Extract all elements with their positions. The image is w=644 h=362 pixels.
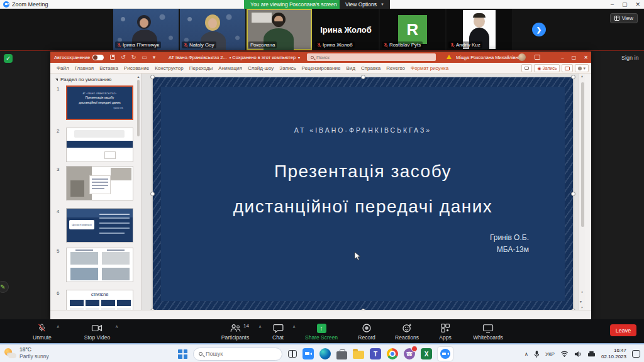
- slide-title-line1[interactable]: Презентація засобу: [153, 162, 573, 182]
- file-explorer-icon[interactable]: [353, 351, 364, 359]
- participant-tile[interactable]: Ірина П'ятничук: [113, 9, 179, 50]
- next-slide-icon[interactable]: «: [580, 305, 584, 310]
- thumbnail-scrollbar[interactable]: ▲: [136, 75, 140, 314]
- tab-design[interactable]: Конструктор: [155, 65, 184, 71]
- annotation-pencil-icon[interactable]: ✎: [0, 281, 9, 293]
- close-button[interactable]: ✕: [635, 1, 640, 8]
- weather-widget[interactable]: 18°CPartly sunny: [4, 346, 49, 359]
- ppt-search-input[interactable]: [316, 55, 417, 60]
- security-shield-icon[interactable]: ✓: [4, 54, 13, 63]
- language-indicator[interactable]: УКР: [545, 351, 555, 357]
- slide-canvas[interactable]: АТ «ІВАНО-ФРАНКІВСЬКГАЗ» Презентація зас…: [153, 77, 573, 310]
- previous-slide-icon[interactable]: «: [580, 290, 584, 294]
- tab-animations[interactable]: Анимация: [218, 65, 242, 71]
- account-avatar[interactable]: [518, 53, 526, 61]
- reactions-button[interactable]: Reactions: [393, 322, 421, 341]
- participant-tile-active-speaker[interactable]: Роксолана: [247, 9, 312, 50]
- unmute-button[interactable]: Unmute ∧: [33, 322, 52, 341]
- scroll-down-icon[interactable]: ▼: [579, 300, 582, 304]
- participant-tile[interactable]: Nataly Goy: [180, 9, 245, 50]
- tab-file[interactable]: Файл: [57, 65, 69, 71]
- tray-mic-icon[interactable]: [534, 350, 540, 358]
- apps-button[interactable]: Apps: [436, 322, 455, 341]
- chat-button[interactable]: Chat ∧: [269, 322, 287, 341]
- present-button[interactable]: [562, 64, 573, 72]
- sign-in-label[interactable]: Sign in: [621, 55, 639, 61]
- selection-handle[interactable]: [571, 75, 575, 79]
- wifi-icon[interactable]: [560, 351, 569, 357]
- teams-app-icon[interactable]: T: [370, 348, 381, 359]
- record-button[interactable]: Record: [355, 322, 378, 341]
- chevron-up-icon[interactable]: ∧: [292, 324, 296, 329]
- chevron-up-icon[interactable]: ∧: [258, 324, 262, 329]
- tab-home[interactable]: Главная: [75, 65, 94, 71]
- ribbon-record-button[interactable]: ◉Запись: [534, 64, 560, 72]
- selection-handle[interactable]: [150, 75, 155, 79]
- zoom-app-icon-active[interactable]: [438, 347, 453, 361]
- edge-browser-icon[interactable]: [319, 348, 331, 359]
- start-button[interactable]: [178, 349, 187, 359]
- whiteboards-button[interactable]: Whiteboards: [470, 322, 506, 341]
- viber-app-icon[interactable]: ☎: [404, 348, 415, 359]
- tab-slideshow[interactable]: Слайд-шоу: [248, 65, 274, 71]
- ppt-search-box[interactable]: [307, 53, 436, 61]
- slide-thumbnail-3[interactable]: [66, 166, 133, 200]
- ribbon-display-options-icon[interactable]: [535, 55, 540, 60]
- share-button[interactable]: ▾: [575, 64, 589, 72]
- chrome-browser-icon[interactable]: [387, 348, 398, 359]
- volume-icon[interactable]: [574, 351, 582, 358]
- next-participants-button[interactable]: ❯: [532, 23, 546, 36]
- save-icon[interactable]: [110, 55, 115, 60]
- tab-picture-format[interactable]: Формат рисунка: [411, 65, 448, 71]
- excel-app-icon[interactable]: X: [421, 348, 432, 359]
- saved-status[interactable]: • Сохранено в этот компьютер: [230, 55, 296, 60]
- slide-title-line2[interactable]: дистанційної передачі даних: [153, 197, 573, 217]
- ppt-minimize-button[interactable]: –: [561, 55, 564, 60]
- slide-author-block[interactable]: Гринів О.Б. МБА-13м: [490, 232, 529, 256]
- slide-subtitle[interactable]: АТ «ІВАНО-ФРАНКІВСЬКГАЗ»: [153, 126, 573, 134]
- slide-thumbnail-1[interactable]: АТ «ІВАНО-ФРАНКІВСЬКГАЗ» Презентація зас…: [66, 85, 133, 120]
- view-button[interactable]: View: [610, 13, 638, 23]
- undo-icon[interactable]: ↺: [121, 55, 126, 60]
- participants-button[interactable]: 14 Participants ∧: [217, 322, 253, 341]
- autosave-toggle[interactable]: [92, 55, 104, 60]
- participant-tile[interactable]: R Rostislav Pyts: [380, 9, 445, 50]
- stop-video-button[interactable]: Stop Video ∧: [84, 322, 110, 341]
- tab-transitions[interactable]: Переходы: [189, 65, 213, 71]
- tab-view[interactable]: Вид: [346, 65, 355, 71]
- view-options-button[interactable]: View Options ▼: [340, 0, 390, 9]
- editor-scrollbar[interactable]: ▲ « ▼ «: [579, 74, 585, 310]
- tab-insert[interactable]: Вставка: [99, 65, 118, 71]
- quick-access-chevron-icon[interactable]: ▾: [153, 55, 156, 60]
- participant-tile[interactable]: Andriy Kuz: [447, 9, 512, 50]
- notification-center-icon[interactable]: [632, 350, 640, 358]
- minimize-button[interactable]: –: [611, 1, 614, 8]
- share-screen-button[interactable]: ↑ Share Screen: [303, 322, 340, 341]
- tab-draw[interactable]: Рисование: [124, 65, 149, 71]
- selection-handle[interactable]: [361, 75, 365, 79]
- selection-handle[interactable]: [571, 192, 575, 196]
- slide-thumbnail-4[interactable]: Цінності компанії: [66, 208, 133, 243]
- leave-button[interactable]: Leave: [610, 324, 636, 336]
- participant-tile[interactable]: Ірина Жолоб Ірина Жолоб: [313, 9, 379, 50]
- taskbar-search-input[interactable]: [206, 351, 269, 357]
- maximize-button[interactable]: ▢: [622, 1, 628, 8]
- selection-handle[interactable]: [150, 192, 155, 196]
- ppt-maximize-button[interactable]: ▢: [572, 55, 577, 60]
- tab-review[interactable]: Рецензирование: [302, 65, 341, 71]
- chevron-up-icon[interactable]: ∧: [115, 324, 118, 329]
- device-icon[interactable]: [587, 351, 596, 358]
- slide-thumbnail-5[interactable]: [66, 248, 133, 282]
- hidden-icons-chevron[interactable]: ∧: [525, 351, 528, 357]
- task-view-icon[interactable]: [288, 350, 297, 358]
- slide-thumbnail-2[interactable]: [66, 128, 133, 162]
- zoom-chat-app-icon[interactable]: [303, 348, 314, 359]
- slideshow-icon[interactable]: ▭: [142, 55, 147, 60]
- briefcase-app-icon[interactable]: [336, 351, 347, 359]
- tab-help[interactable]: Справка: [361, 65, 380, 71]
- comments-button[interactable]: [521, 64, 532, 72]
- taskbar-search[interactable]: [193, 348, 282, 361]
- tab-record[interactable]: Запись: [279, 65, 296, 71]
- tab-reverso[interactable]: Reverso: [386, 65, 405, 71]
- section-header[interactable]: Раздел по умолчанию: [55, 77, 111, 82]
